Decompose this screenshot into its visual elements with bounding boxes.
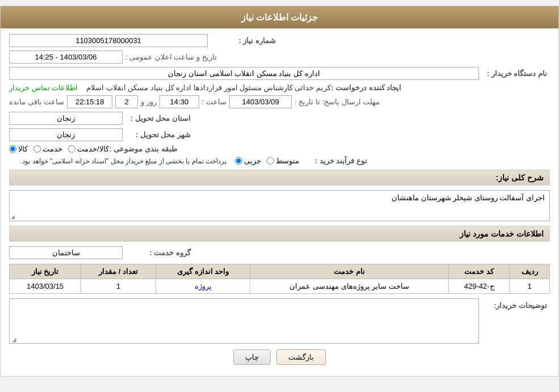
- buyer-org-value: اداره کل بنیاد مسکن انقلاب اسلامی استان …: [9, 67, 479, 80]
- creator-label: ایجاد کننده درخواست :: [331, 83, 401, 92]
- city-label: شهر محل تحویل :: [123, 130, 191, 139]
- category-option-1[interactable]: کالا/خدمت: [68, 145, 109, 153]
- deadline-label: مهلت ارسال پاسخ: تا تاریخ :: [295, 98, 380, 106]
- services-table-body: 1 ج-42-429 ساخت سایر پروژه‌های مهندسی عم…: [10, 279, 550, 294]
- content-area: شماره نیاز : 1103005178000031 تاریخ و سا…: [1, 28, 558, 376]
- province-value: زنجان: [9, 112, 123, 125]
- city-value: زنجان: [9, 128, 123, 141]
- deadline-days: 2: [115, 95, 138, 108]
- buyer-notes-row: توضیحات خریدار: ◢: [9, 298, 550, 344]
- buyer-notes-box: ◢: [9, 298, 479, 344]
- deadline-time: 14:30: [159, 95, 199, 108]
- description-wrapper: اجرای آسفالت روستای شیخلر شهرستان ماهنشا…: [9, 190, 550, 221]
- service-group-row: گروه خدمت : ساختمان: [9, 246, 550, 259]
- purchase-type-label-jozi: جزیی: [244, 157, 261, 165]
- print-button[interactable]: چاپ: [233, 349, 271, 365]
- resize-handle-icon: ◢: [11, 336, 16, 342]
- cell-unit: پروژه: [156, 279, 250, 294]
- province-row: استان محل تحویل : زنجان: [9, 112, 550, 125]
- deadline-remaining: 22:15:18: [67, 95, 112, 108]
- page-container: جزئیات اطلاعات نیاز شماره نیاز : 1103005…: [0, 6, 559, 377]
- category-label-khedmat: خدمت: [43, 145, 62, 153]
- category-option-2[interactable]: خدمت: [33, 145, 62, 153]
- service-group-label: گروه خدمت :: [123, 248, 191, 257]
- purchase-type-label-motavasset: متوسط: [276, 157, 299, 165]
- purchase-radio-motavasset[interactable]: [267, 157, 274, 165]
- service-group-value: ساختمان: [9, 246, 123, 259]
- deadline-remaining-label: ساعت باقی مانده: [9, 98, 64, 106]
- purchase-type-radio-group: متوسط جزیی: [235, 157, 299, 165]
- col-name: نام خدمت: [250, 264, 449, 279]
- buyer-org-label: نام دستگاه خریدار :: [479, 69, 547, 78]
- buyer-notes-label: توضیحات خریدار:: [479, 298, 547, 310]
- purchase-type-row: نوع فرآیند خرید : متوسط جزیی پرداخت تمام…: [9, 157, 550, 165]
- col-code: کد خدمت: [448, 264, 509, 279]
- province-label: استان محل تحویل :: [123, 114, 191, 123]
- page-title: جزئیات اطلاعات نیاز: [241, 12, 318, 22]
- need-number-label: شماره نیاز :: [208, 36, 276, 45]
- description-box: اجرای آسفالت روستای شیخلر شهرستان ماهنشا…: [9, 190, 550, 221]
- category-label-kala: کالا: [18, 145, 28, 153]
- category-label: طبقه بندی موضوعی :: [109, 145, 177, 153]
- cell-qty: 1: [81, 279, 156, 294]
- col-qty: تعداد / مقدار: [81, 264, 156, 279]
- services-table-header-row: ردیف کد خدمت نام خدمت واحد اندازه گیری ت…: [10, 264, 550, 279]
- back-button[interactable]: بازگشت: [276, 349, 326, 365]
- purchase-radio-jozi[interactable]: [235, 157, 242, 165]
- purchase-type-label: نوع فرآیند خرید :: [299, 157, 367, 165]
- category-radio-kala[interactable]: [9, 145, 16, 153]
- date-time-row: تاریخ و ساعت اعلان عمومی : 1403/03/06 - …: [9, 50, 550, 64]
- services-header-text: اطلاعات خدمات مورد نیاز: [460, 229, 544, 238]
- purchase-type-option-2[interactable]: متوسط: [267, 157, 299, 165]
- category-radio-group: کالا/خدمت خدمت کالا: [9, 145, 109, 153]
- services-table-head: ردیف کد خدمت نام خدمت واحد اندازه گیری ت…: [10, 264, 550, 279]
- buyer-org-row: نام دستگاه خریدار : اداره کل بنیاد مسکن …: [9, 67, 550, 80]
- purchase-note: پرداخت تمام یا بخشی از مبلغ خریداز محل "…: [20, 157, 226, 165]
- category-row: طبقه بندی موضوعی : کالا/خدمت خدمت کالا: [9, 145, 550, 153]
- description-label: شرح کلی نیاز:: [496, 173, 544, 182]
- cell-name: ساخت سایر پروژه‌های مهندسی عمران: [250, 279, 449, 294]
- category-label-kala-khedmat: کالا/خدمت: [77, 145, 109, 153]
- cell-row: 1: [510, 279, 550, 294]
- need-number-value: 1103005178000031: [9, 34, 208, 47]
- page-header: جزئیات اطلاعات نیاز: [1, 6, 558, 28]
- deadline-time-label: ساعت :: [202, 98, 226, 106]
- purchase-type-option-1[interactable]: جزیی: [235, 157, 261, 165]
- category-radio-kala-khedmat[interactable]: [68, 145, 75, 153]
- col-row: ردیف: [510, 264, 550, 279]
- deadline-date: 1403/03/09: [229, 95, 292, 108]
- contact-link[interactable]: اطلاعات تماس خریدار: [9, 83, 78, 92]
- date-time-label: تاریخ و ساعت اعلان عمومی :: [125, 53, 217, 61]
- cell-code: ج-42-429: [448, 279, 509, 294]
- deadline-days-label: روز و: [141, 98, 157, 106]
- date-time-value: 1403/03/06 - 14:25: [9, 50, 123, 64]
- creator-value: کریم خدائی کارشناس مسئول امور قراردادها …: [86, 83, 331, 92]
- resize-icon: ◢: [11, 214, 15, 220]
- services-table: ردیف کد خدمت نام خدمت واحد اندازه گیری ت…: [9, 264, 550, 294]
- category-option-3[interactable]: کالا: [9, 145, 28, 153]
- table-row: 1 ج-42-429 ساخت سایر پروژه‌های مهندسی عم…: [10, 279, 550, 294]
- creator-row: ایجاد کننده درخواست : کریم خدائی کارشناس…: [9, 83, 550, 92]
- col-date: تاریخ نیاز: [10, 264, 81, 279]
- city-row: شهر محل تحویل : زنجان: [9, 128, 550, 141]
- buttons-row: بازگشت چاپ: [9, 349, 550, 365]
- services-section-header: اطلاعات خدمات مورد نیاز: [9, 226, 550, 242]
- col-unit: واحد اندازه گیری: [156, 264, 250, 279]
- description-section-header: شرح کلی نیاز:: [9, 170, 550, 186]
- description-value: اجرای آسفالت روستای شیخلر شهرستان ماهنشا…: [392, 193, 545, 202]
- need-number-row: شماره نیاز : 1103005178000031: [9, 34, 550, 47]
- category-radio-khedmat[interactable]: [33, 145, 41, 153]
- deadline-row: مهلت ارسال پاسخ: تا تاریخ : 1403/03/09 س…: [9, 95, 550, 108]
- cell-date: 1403/03/15: [10, 279, 81, 294]
